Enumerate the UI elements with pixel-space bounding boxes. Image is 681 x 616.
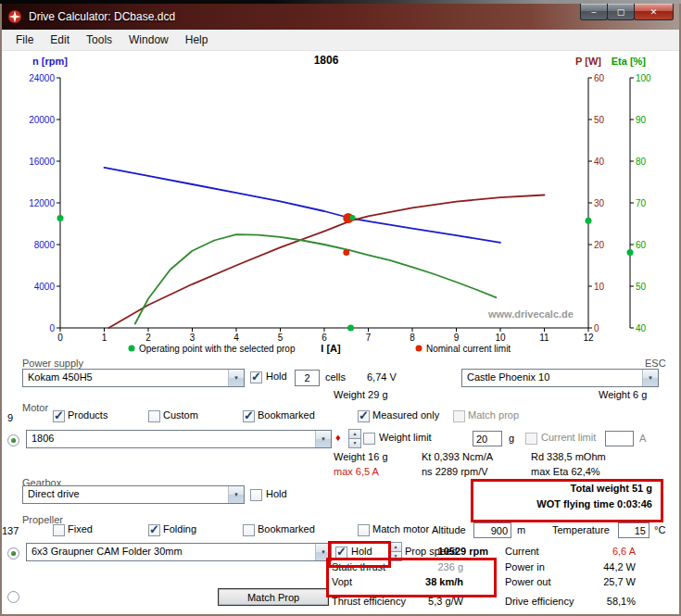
prop-match-motor-label[interactable]: Match motor (372, 523, 429, 534)
n-tick-label: 12000 (29, 198, 55, 208)
battery-select[interactable]: Kokam 450H5 ▼ (22, 369, 245, 387)
prop-speed-value: 10529 rpm (428, 546, 488, 557)
motor-measured-only-label[interactable]: Measured only (372, 409, 439, 421)
weight-limit-input[interactable] (473, 431, 502, 446)
cells-input[interactable] (295, 370, 320, 386)
esc-select[interactable]: Castle Phoenix 10 ▼ (461, 369, 659, 387)
i-tick-label: 0 (57, 333, 63, 343)
prop-hold-label[interactable]: Hold (351, 546, 372, 557)
temperature-input[interactable] (618, 522, 649, 538)
operating-point-dot (350, 215, 356, 220)
current-limit-input[interactable] (605, 431, 634, 446)
static-thrust-label: Static thrust (332, 561, 385, 572)
legend-operating-dot (129, 346, 135, 352)
propeller-select[interactable]: 6x3 Graupner CAM Folder 30mm ▼ (26, 543, 332, 561)
prop-bookmarked-checkbox[interactable] (243, 524, 255, 536)
motor-select-value: 1806 (27, 431, 315, 447)
spin-down-icon[interactable]: ▼ (389, 552, 402, 561)
propeller-count: 137 (2, 525, 19, 536)
cells-label: cells (325, 371, 346, 383)
n-axis-title: n [rpm] (32, 56, 68, 67)
i-axis-title: I [A] (321, 343, 341, 354)
battery-hold-label[interactable]: Hold (266, 371, 287, 382)
gearbox-hold-label[interactable]: Hold (266, 488, 287, 499)
prop-folding-label[interactable]: Folding (163, 523, 196, 534)
motor-bookmarked-checkbox[interactable] (243, 410, 255, 422)
curve-p-out (108, 195, 544, 329)
dropdown-arrow-icon: ▼ (228, 486, 244, 503)
motor-radio[interactable] (7, 434, 19, 446)
weight-limit-checkbox[interactable] (363, 433, 375, 445)
motor-bookmarked-label[interactable]: Bookmarked (258, 409, 315, 421)
propeller-radio[interactable] (7, 547, 19, 559)
i-tick-label: 11 (539, 333, 549, 343)
motor-custom-checkbox[interactable] (148, 410, 160, 422)
p-tick-label: 20 (594, 240, 605, 250)
legend-limit-label: Nominal current limit (426, 344, 511, 354)
app-icon (7, 9, 22, 24)
prop-hold-checkbox[interactable] (335, 547, 347, 559)
close-button[interactable]: ✕ (634, 4, 674, 20)
motor-match-prop-label: Match prop (468, 409, 519, 421)
propeller-radio-empty[interactable] (7, 591, 19, 603)
drive-calculator-window: { "window": { "title": "Drive Calculator… (0, 0, 681, 616)
altitude-label: Altitude (432, 524, 466, 535)
power-supply-section-label: Power supply (22, 358, 83, 369)
curve-n-rpm (105, 168, 501, 243)
temperature-label: Temperature (552, 524, 610, 535)
drive-efficiency-label: Drive efficiency (505, 596, 574, 607)
minimize-button[interactable]: – (580, 4, 608, 20)
prop-fixed-checkbox[interactable] (53, 524, 65, 536)
spin-up-icon[interactable]: ▲ (348, 429, 361, 439)
motor-select[interactable]: 1806 ▼ (26, 430, 332, 448)
spin-up-icon[interactable]: ▲ (389, 542, 402, 552)
i-tick-label: 9 (454, 333, 460, 343)
dropdown-arrow-icon: ▼ (228, 370, 244, 386)
n-tick-label: 0 (49, 323, 55, 333)
titlebar[interactable]: Drive Calculator: DCbase.dcd (0, 4, 681, 30)
motor-custom-label[interactable]: Custom (163, 409, 198, 421)
p-tick-label: 30 (594, 198, 605, 208)
gearbox-hold-checkbox[interactable] (250, 489, 262, 501)
motor-spinner[interactable]: ▲ ▼ (348, 429, 361, 448)
i-tick-label: 4 (233, 333, 239, 343)
prop-bookmarked-label[interactable]: Bookmarked (258, 523, 315, 534)
maximize-button[interactable]: ▢ (607, 4, 635, 20)
prop-fixed-label[interactable]: Fixed (68, 523, 93, 534)
menu-window[interactable]: Window (120, 31, 177, 49)
operating-axis-dot (57, 215, 64, 221)
spin-down-icon[interactable]: ▼ (348, 439, 361, 448)
prop-folding-checkbox[interactable] (148, 524, 160, 536)
menu-edit[interactable]: Edit (42, 31, 78, 49)
gearbox-select[interactable]: Direct drive ▼ (22, 485, 245, 504)
menu-file[interactable]: File (7, 31, 42, 49)
weight-limit-label[interactable]: Weight limit (379, 432, 432, 443)
chart-title: 1806 (314, 54, 339, 67)
match-prop-button[interactable]: Match Prop (218, 588, 329, 606)
weight-limit-unit: g (509, 433, 514, 444)
motor-count: 9 (7, 412, 13, 423)
eta-tick-label: 90 (636, 115, 647, 125)
legend-limit-dot (416, 346, 422, 352)
motor-products-label[interactable]: Products (68, 409, 107, 421)
thrust-efficiency-value: 5,3 g/W (398, 596, 463, 607)
eta-tick-label: 70 (636, 198, 647, 208)
menu-help[interactable]: Help (177, 31, 217, 49)
n-tick-label: 16000 (29, 157, 55, 167)
current-limit-label: Current limit (541, 432, 596, 443)
motor-products-checkbox[interactable] (53, 410, 65, 422)
eta-tick-label: 100 (636, 73, 651, 83)
motor-match-prop-checkbox (453, 410, 465, 422)
altitude-input[interactable] (473, 522, 511, 538)
operating-axis-dot (627, 249, 634, 256)
i-tick-label: 1 (102, 333, 107, 343)
battery-hold-checkbox[interactable] (250, 371, 262, 383)
menu-tools[interactable]: Tools (78, 31, 120, 49)
prop-match-motor-checkbox[interactable] (358, 524, 370, 536)
p-tick-label: 50 (594, 115, 605, 125)
curve-eta (135, 234, 497, 323)
esc-select-value: Castle Phoenix 10 (462, 370, 642, 386)
battery-weight: Weight 29 g (334, 389, 388, 400)
propeller-spinner[interactable]: ▲ ▼ (389, 542, 402, 561)
motor-measured-only-checkbox[interactable] (358, 410, 370, 422)
